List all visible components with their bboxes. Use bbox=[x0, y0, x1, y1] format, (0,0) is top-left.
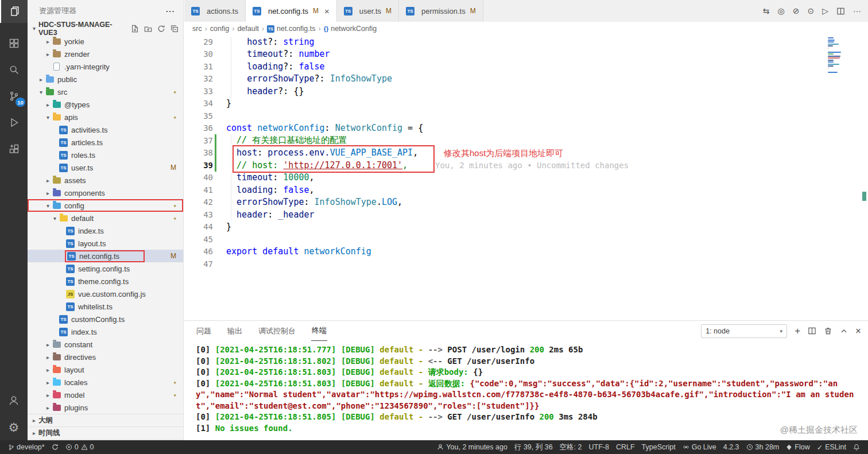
panel-tab-problems[interactable]: 问题 bbox=[196, 321, 212, 341]
run-file-icon[interactable]: ▷ bbox=[822, 6, 828, 15]
activity-source-control-button[interactable]: 10 bbox=[0, 83, 28, 109]
tree-item-yorkie[interactable]: ▸yorkie bbox=[28, 35, 183, 48]
new-file-icon[interactable] bbox=[131, 25, 139, 33]
close-panel-icon[interactable]: × bbox=[855, 326, 861, 336]
status-go-live[interactable]: Go Live bbox=[679, 440, 720, 454]
panel-tab-output[interactable]: 输出 bbox=[227, 321, 243, 341]
tree-item-customConfig.ts[interactable]: TScustomConfig.ts bbox=[28, 313, 183, 325]
maximize-panel-icon[interactable] bbox=[840, 327, 848, 335]
activity-settings-button[interactable]: ⚙ bbox=[0, 414, 28, 440]
chevron-right-icon: ▸ bbox=[30, 430, 38, 436]
status-blame[interactable]: You, 2 minutes ago bbox=[433, 440, 511, 454]
tree-item-public[interactable]: ▸public bbox=[28, 73, 183, 86]
new-terminal-icon[interactable]: + bbox=[795, 326, 800, 336]
activity-extensions-button[interactable] bbox=[0, 135, 28, 162]
tree-item-vue.custom.config.js[interactable]: JSvue.custom.config.js bbox=[28, 288, 183, 300]
status-time-tracker[interactable]: 3h 28m bbox=[743, 440, 783, 454]
breadcrumb-item[interactable]: config bbox=[210, 25, 229, 33]
status-cursor-position[interactable]: 行 39, 列 36 bbox=[511, 440, 556, 454]
tree-item-@types[interactable]: ▸@types bbox=[28, 98, 183, 111]
project-root-row[interactable]: ▾ HDC-STUS-MANAGE-VUE3 bbox=[28, 22, 183, 35]
minimap[interactable] bbox=[828, 37, 859, 75]
tree-item-layout.ts[interactable]: TSlayout.ts bbox=[28, 237, 183, 250]
breadcrumb-item[interactable]: {}networkConfig bbox=[324, 25, 377, 33]
tree-item-setting.config.ts[interactable]: TSsetting.config.ts bbox=[28, 262, 183, 275]
activity-account-button[interactable] bbox=[0, 387, 28, 414]
close-icon[interactable]: × bbox=[324, 6, 330, 16]
sync-status[interactable] bbox=[48, 440, 62, 454]
status-eslint[interactable]: ✓ ESLint bbox=[813, 440, 850, 454]
overview-ruler-mark bbox=[862, 192, 866, 201]
git-branch-status[interactable]: develop* bbox=[5, 440, 48, 454]
tree-item-whitelist.ts[interactable]: TSwhitelist.ts bbox=[28, 300, 183, 313]
git-change-indicator bbox=[215, 221, 216, 234]
tree-item-articles.ts[interactable]: TSarticles.ts bbox=[28, 136, 183, 149]
panel-tab-debug-console[interactable]: 调试控制台 bbox=[258, 321, 296, 341]
problems-status[interactable]: 0 0 bbox=[62, 440, 98, 454]
warning-count: 0 bbox=[90, 443, 94, 451]
explorer-more-actions-icon[interactable]: ··· bbox=[166, 7, 175, 15]
tree-item-apis[interactable]: ▾apis● bbox=[28, 111, 183, 123]
tree-item-zrender[interactable]: ▸zrender bbox=[28, 48, 183, 60]
breadcrumb-item[interactable]: src bbox=[192, 25, 202, 33]
terminal-output[interactable]: [0] [2021-04-25T16:18:51.777] [DEBUG] de… bbox=[184, 341, 868, 434]
tree-item-locales[interactable]: ▸locales● bbox=[28, 376, 183, 389]
more-actions-icon[interactable]: ··· bbox=[853, 6, 861, 15]
ts-file-icon: TS bbox=[59, 328, 68, 336]
refresh-icon[interactable] bbox=[157, 25, 165, 33]
tree-item-user.ts[interactable]: TSuser.tsM bbox=[28, 161, 183, 174]
tab-user[interactable]: TSuser.tsM bbox=[337, 0, 399, 22]
tree-item-activities.ts[interactable]: TSactivities.ts bbox=[28, 123, 183, 136]
activity-dashboard-button[interactable] bbox=[0, 30, 28, 56]
activity-explorer-button[interactable] bbox=[0, 0, 28, 23]
status-flow[interactable]: Flow bbox=[782, 440, 813, 454]
tree-item-config[interactable]: ▾config● bbox=[28, 199, 183, 212]
circle-slash-icon[interactable]: ⊘ bbox=[793, 6, 800, 15]
tree-item-.yarn-integrity[interactable]: .yarn-integrity bbox=[28, 60, 183, 73]
new-folder-icon[interactable] bbox=[144, 25, 152, 33]
tree-item-plugins[interactable]: ▸plugins bbox=[28, 401, 183, 414]
status-encoding[interactable]: UTF-8 bbox=[586, 440, 613, 454]
kill-terminal-icon[interactable] bbox=[824, 327, 832, 335]
activity-search-button[interactable] bbox=[0, 56, 28, 83]
split-editor-icon[interactable] bbox=[836, 7, 845, 15]
symbol-namespace-icon: {} bbox=[324, 25, 329, 32]
tree-item-index.ts[interactable]: TSindex.ts bbox=[28, 325, 183, 338]
breadcrumb-item[interactable]: TSnet.config.ts bbox=[267, 25, 315, 33]
collapse-all-icon[interactable] bbox=[170, 25, 179, 33]
tree-item-model[interactable]: ▸model● bbox=[28, 389, 183, 401]
tree-item-roles.ts[interactable]: TSroles.ts bbox=[28, 149, 183, 161]
code-editor[interactable]: 29 host?: string30 timeout?: number31 lo… bbox=[184, 36, 868, 320]
tree-item-default[interactable]: ▾default● bbox=[28, 212, 183, 224]
minimap-line bbox=[828, 65, 834, 67]
section-label: 大纲 bbox=[38, 416, 53, 425]
tree-item-theme.config.ts[interactable]: TStheme.config.ts bbox=[28, 275, 183, 288]
status-indentation[interactable]: 空格: 2 bbox=[556, 440, 586, 454]
compare-icon[interactable]: ⇆ bbox=[763, 6, 770, 15]
panel-tab-terminal[interactable]: 终端 bbox=[311, 321, 327, 341]
status-language[interactable]: TypeScript bbox=[638, 440, 679, 454]
sidebar-section-timeline[interactable]: ▸时间线 bbox=[28, 426, 183, 439]
tab-net-config[interactable]: TSnet.config.tsM× bbox=[246, 0, 337, 22]
notifications-button[interactable] bbox=[850, 440, 863, 454]
tree-item-directives[interactable]: ▸directives bbox=[28, 351, 183, 363]
tab-actions[interactable]: TSactions.ts bbox=[184, 0, 246, 22]
tree-item-layout[interactable]: ▸layout bbox=[28, 363, 183, 376]
tree-item-index.ts[interactable]: TSindex.ts bbox=[28, 224, 183, 237]
git-change-indicator bbox=[215, 147, 216, 160]
sidebar-section-outline[interactable]: ▸大纲 bbox=[28, 414, 183, 426]
status-eol[interactable]: CRLF bbox=[613, 440, 638, 454]
tree-item-components[interactable]: ▸components bbox=[28, 187, 183, 199]
breadcrumb-item[interactable]: default bbox=[237, 25, 259, 33]
tree-item-src[interactable]: ▾src● bbox=[28, 86, 183, 98]
tree-item-net.config.ts[interactable]: TSnet.config.tsM bbox=[28, 250, 183, 262]
status-version[interactable]: 4.2.3 bbox=[720, 440, 743, 454]
split-terminal-icon[interactable] bbox=[808, 327, 816, 335]
tab-permission[interactable]: TSpermission.tsM bbox=[399, 0, 483, 22]
tree-item-assets[interactable]: ▸assets bbox=[28, 174, 183, 187]
open-preview-icon[interactable]: ◎ bbox=[778, 6, 785, 15]
tree-item-constant[interactable]: ▸constant bbox=[28, 338, 183, 351]
terminal-selector[interactable]: 1: node ▾ bbox=[701, 324, 787, 338]
activity-debug-button[interactable] bbox=[0, 109, 28, 135]
circle-dot-icon[interactable]: ⊙ bbox=[807, 6, 814, 15]
